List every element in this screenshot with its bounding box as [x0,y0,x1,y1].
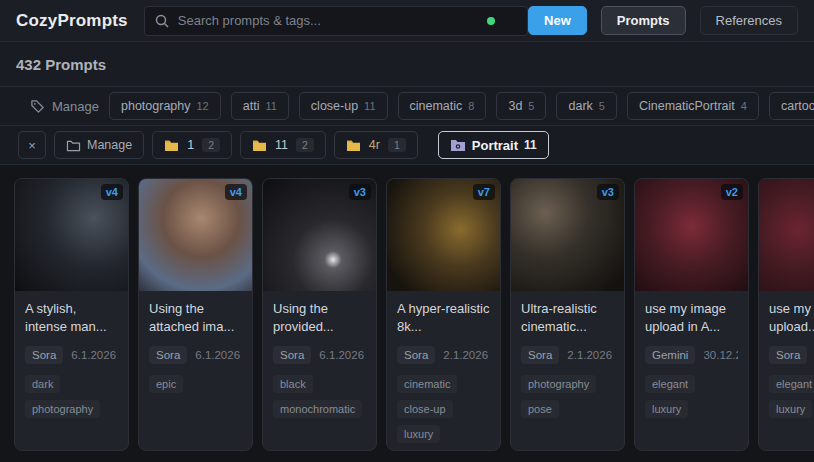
folder-icon [346,139,361,152]
prompt-tag-list: photographypose [521,375,614,418]
portrait-folder-camera-icon [450,138,466,152]
tag-chip[interactable]: dark 5 [556,92,616,120]
model-badge: Sora [769,346,807,364]
search-box[interactable] [144,6,528,36]
tag-filter-row: Manage photography 12 atti 11 close-up 1… [0,87,814,126]
prompt-title: Using the provided... [273,300,366,337]
selected-folder-chip-portrait[interactable]: Portrait 11 [438,131,549,159]
search-icon [155,14,169,28]
folder-chip-label: 1 [187,138,194,152]
prompt-card[interactable]: v4 Using the attached ima... Sora 6.1.20… [138,178,253,451]
version-badge: v2 [721,184,743,200]
folder-icon [252,139,267,152]
prompt-tag[interactable]: photography [521,375,596,393]
prompt-tag[interactable]: close-up [397,400,453,418]
prompt-tag-list: darkphotography [25,375,118,418]
manage-folders-label: Manage [87,138,132,152]
content-area: v4 A stylish, intense man... Sora 6.1.20… [0,165,814,451]
tag-chip[interactable]: atti 11 [231,92,289,120]
stats-row: 432 Prompts [0,42,814,87]
selected-folder-label: Portrait [472,138,518,153]
prompt-tag[interactable]: luxury [645,400,688,418]
references-tab-button[interactable]: References [700,6,798,35]
prompt-thumbnail-man-tuxedo-red-chair-2 [759,179,814,291]
tag-chip[interactable]: cartoon 4 [769,92,814,120]
status-dot [487,17,495,25]
tag-chip[interactable]: photography 12 [109,92,221,120]
prompt-date: 30.12.2025 [703,349,738,361]
prompt-meta-row: Sora [769,346,814,364]
manage-tags-label: Manage [52,99,99,114]
prompt-tag-list: epic [149,375,242,393]
model-badge: Sora [149,346,187,364]
prompt-card[interactable]: v7 A hyper-realistic 8k... Sora 2.1.2026… [386,178,501,451]
prompt-card-body: use my upload... Sora elegantluxury [759,291,814,418]
prompt-tag-list: cinematicclose-upluxury [397,375,490,443]
tag-chip-count: 11 [364,100,375,112]
model-badge: Sora [25,346,63,364]
tag-icon [30,99,45,114]
prompt-tag[interactable]: cinematic [397,375,457,393]
manage-tags-button[interactable]: Manage [30,99,99,114]
prompt-card-body: Using the attached ima... Sora 6.1.2026 … [139,291,252,393]
folder-chip[interactable]: 1 2 [152,131,232,159]
prompt-card-body: use my image upload in A... Gemini 30.12… [635,291,748,418]
tag-chip-list: photography 12 atti 11 close-up 11 cinem… [109,92,814,120]
model-badge: Sora [273,346,311,364]
tag-chip[interactable]: cinematic 8 [398,92,487,120]
prompts-tab-button[interactable]: Prompts [601,6,686,35]
prompt-date: 6.1.2026 [319,349,364,361]
folder-chip-list: 1 2 11 2 4r 1 [152,131,418,159]
prompt-card[interactable]: v3 Using the provided... Sora 6.1.2026 b… [262,178,377,451]
prompt-tag[interactable]: elegant [769,375,814,393]
folder-chip[interactable]: 11 2 [240,131,326,159]
folder-chip[interactable]: 4r 1 [334,131,418,159]
prompt-card[interactable]: v4 A stylish, intense man... Sora 6.1.20… [14,178,129,451]
tag-chip-label: close-up [311,99,358,113]
tag-chip[interactable]: close-up 11 [299,92,388,120]
prompt-tag[interactable]: pose [521,400,559,418]
prompt-tag-list: elegantluxury [769,375,814,418]
prompt-tag[interactable]: elegant [645,375,695,393]
prompt-card-body: A stylish, intense man... Sora 6.1.2026 … [15,291,128,418]
prompt-date: 6.1.2026 [195,349,240,361]
tag-chip-count: 4 [741,100,747,112]
version-badge: v3 [597,184,619,200]
prompt-card[interactable]: use my upload... Sora elegantluxury [758,178,814,451]
version-badge: v3 [349,184,371,200]
prompt-title: A stylish, intense man... [25,300,118,337]
prompt-title: use my image upload in A... [645,300,738,337]
manage-folders-button[interactable]: Manage [54,131,144,159]
prompt-tag-list: blackmonochromatic [273,375,366,418]
prompt-tag[interactable]: photography [25,400,100,418]
folder-chip-label: 11 [275,138,288,152]
prompt-tag[interactable]: dark [25,375,60,393]
tag-chip[interactable]: CinematicPortrait 4 [627,92,759,120]
prompt-card[interactable]: v3 Ultra-realistic cinematic... Sora 2.1… [510,178,625,451]
tag-chip-label: cinematic [410,99,463,113]
new-button[interactable]: New [528,6,587,35]
prompt-card[interactable]: v2 use my image upload in A... Gemini 30… [634,178,749,451]
prompt-tag[interactable]: black [273,375,313,393]
model-badge: Sora [397,346,435,364]
folder-chip-count: 2 [202,138,220,152]
version-badge: v7 [473,184,495,200]
tag-chip[interactable]: 3d 5 [496,92,546,120]
tag-chip-label: CinematicPortrait [639,99,735,113]
prompt-tag[interactable]: monochromatic [273,400,362,418]
clear-filter-button[interactable]: × [18,131,46,159]
folder-chip-count: 2 [296,138,314,152]
prompt-tag[interactable]: epic [149,375,183,393]
tag-chip-label: atti [243,99,260,113]
folder-chip-label: 4r [369,138,380,152]
prompt-tag[interactable]: luxury [769,400,812,418]
prompt-meta-row: Sora 2.1.2026 [397,346,490,364]
prompt-title: Using the attached ima... [149,300,242,337]
prompt-tag[interactable]: luxury [397,425,440,443]
tag-chip-count: 12 [197,100,209,112]
prompt-title: use my upload... [769,300,814,337]
search-input[interactable] [178,13,517,28]
prompt-card-body: Ultra-realistic cinematic... Sora 2.1.20… [511,291,624,418]
folder-filter-row: × Manage 1 2 11 2 4r 1 [0,126,814,165]
prompt-card-body: Using the provided... Sora 6.1.2026 blac… [263,291,376,418]
